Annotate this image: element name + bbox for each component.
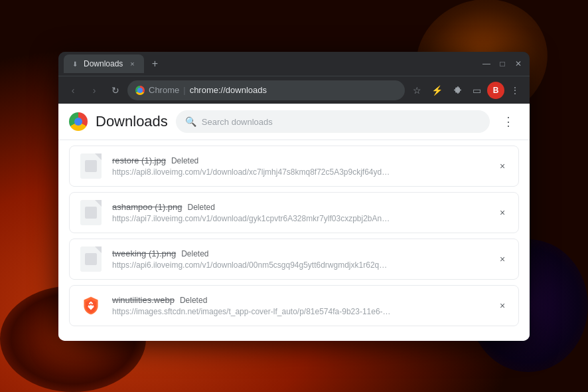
deleted-badge: Deleted: [181, 249, 208, 258]
page-title: Downloads: [96, 113, 168, 130]
download-filename: winutilities.webp: [112, 295, 175, 305]
download-info: winutilities.webp Deleted https://images…: [112, 295, 486, 316]
download-url: https://images.sftcdn.net/images/t_app-c…: [112, 307, 391, 316]
new-tab-button[interactable]: +: [145, 54, 164, 73]
downloads-more-button[interactable]: ⋮: [498, 111, 519, 132]
download-item: ashampoo (1).png Deleted https://api7.il…: [69, 192, 519, 233]
download-icon-wrap: [78, 292, 104, 319]
file-icon: [80, 153, 102, 179]
download-icon-wrap: [78, 246, 104, 272]
download-info: ashampoo (1).png Deleted https://api7.il…: [112, 202, 486, 223]
deleted-badge: Deleted: [180, 296, 207, 305]
download-close-button[interactable]: ×: [494, 158, 510, 174]
site-favicon: [135, 86, 145, 95]
download-url: https://api6.iloveimg.com/v1/download/00…: [112, 260, 391, 270]
brave-icon: [82, 296, 100, 315]
download-icon-wrap: [78, 153, 104, 179]
minimize-button[interactable]: —: [480, 58, 492, 70]
deleted-badge: Deleted: [171, 156, 198, 165]
download-icon-wrap: [78, 199, 104, 226]
bookmark-button[interactable]: ☆: [407, 81, 426, 100]
navigation-bar: ‹ › ↻ Chrome | chrome://downloads ☆ ⚡ ▭ …: [58, 76, 530, 104]
download-name-row: winutilities.webp Deleted: [112, 295, 486, 305]
download-close-button[interactable]: ×: [494, 251, 510, 267]
maximize-button[interactable]: □: [496, 58, 508, 70]
download-filename: ashampoo (1).png: [112, 202, 183, 212]
search-placeholder: Search downloads: [202, 117, 273, 127]
page-header: Downloads 🔍 Search downloads ⋮: [58, 104, 530, 140]
reload-button[interactable]: ↻: [106, 81, 125, 100]
extensions-button[interactable]: ⚡: [427, 81, 446, 100]
download-info: tweeking (1).png Deleted https://api6.il…: [112, 248, 486, 270]
forward-button[interactable]: ›: [85, 81, 104, 100]
download-item: restore (1).jpg Deleted https://api8.ilo…: [69, 146, 519, 187]
file-icon: [80, 200, 102, 225]
more-options-button[interactable]: ⋮: [506, 81, 524, 100]
page-content: Downloads 🔍 Search downloads ⋮ restore (…: [58, 104, 530, 341]
downloads-list: restore (1).jpg Deleted https://api8.ilo…: [58, 140, 530, 341]
nav-actions: ☆ ⚡ ▭ B ⋮: [407, 81, 524, 100]
file-icon: [80, 246, 102, 272]
tab-close-button[interactable]: ×: [127, 58, 137, 69]
address-path: chrome://downloads: [190, 85, 267, 95]
back-button[interactable]: ‹: [64, 81, 82, 100]
page-chrome-logo: [69, 112, 88, 131]
download-filename: restore (1).jpg: [112, 155, 166, 165]
download-close-button[interactable]: ×: [494, 298, 510, 314]
download-close-button[interactable]: ×: [494, 205, 510, 221]
deleted-badge: Deleted: [188, 203, 215, 212]
address-chrome-label: Chrome: [149, 85, 179, 95]
browser-window: ⬇ Downloads × + — □ ✕ ‹ › ↻ Chrome | chr…: [58, 52, 530, 341]
download-name-row: ashampoo (1).png Deleted: [112, 202, 486, 212]
title-bar: ⬇ Downloads × + — □ ✕: [58, 52, 530, 76]
active-tab[interactable]: ⬇ Downloads ×: [64, 54, 144, 73]
window-controls: — □ ✕: [480, 58, 524, 70]
download-filename: tweeking (1).png: [112, 248, 176, 258]
search-icon: 🔍: [185, 116, 196, 127]
tab-favicon: ⬇: [70, 59, 80, 68]
profile-button[interactable]: B: [487, 82, 504, 99]
download-item: winutilities.webp Deleted https://images…: [69, 285, 519, 326]
download-item: tweeking (1).png Deleted https://api6.il…: [69, 239, 519, 280]
puzzle-button[interactable]: [447, 81, 466, 100]
tab-area: ⬇ Downloads × +: [64, 52, 478, 76]
close-button[interactable]: ✕: [512, 58, 524, 70]
tab-title: Downloads: [84, 59, 123, 68]
address-bar[interactable]: Chrome | chrome://downloads: [127, 80, 405, 100]
address-separator: |: [183, 85, 185, 95]
download-url: https://api7.iloveimg.com/v1/download/gy…: [112, 214, 391, 223]
download-name-row: restore (1).jpg Deleted: [112, 155, 486, 165]
download-name-row: tweeking (1).png Deleted: [112, 248, 486, 258]
sidebar-button[interactable]: ▭: [467, 81, 486, 100]
download-info: restore (1).jpg Deleted https://api8.ilo…: [112, 155, 486, 177]
search-box[interactable]: 🔍 Search downloads: [176, 110, 490, 133]
download-url: https://api8.iloveimg.com/v1/download/xc…: [112, 167, 391, 177]
